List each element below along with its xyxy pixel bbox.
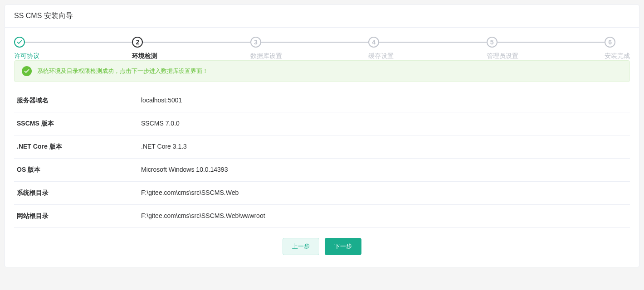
step-label: 数据库设置 (250, 52, 368, 60)
step-label: 安装完成 (605, 52, 630, 60)
alert-message: 系统环境及目录权限检测成功，点击下一步进入数据库设置界面！ (37, 67, 208, 75)
step-label: 许可协议 (14, 52, 132, 60)
button-row: 上一步 下一步 (14, 238, 630, 255)
check-circle-icon (22, 66, 32, 76)
info-label: 服务器域名 (14, 97, 141, 105)
step-6: 6 安装完成 (605, 37, 630, 60)
table-row: 服务器域名 localhost:5001 (14, 89, 630, 112)
install-wizard-card: SS CMS 安装向导 许可协议 2 环境检测 (5, 5, 639, 267)
success-alert: 系统环境及目录权限检测成功，点击下一步进入数据库设置界面！ (14, 60, 630, 82)
step-label: 管理员设置 (487, 52, 605, 60)
step-3: 3 数据库设置 (250, 37, 368, 60)
steps-bar: 许可协议 2 环境检测 3 数据库设置 4 (14, 37, 630, 60)
info-value: SSCMS 7.0.0 (141, 120, 630, 128)
table-row: .NET Core 版本 .NET Core 3.1.3 (14, 135, 630, 159)
table-row: OS 版本 Microsoft Windows 10.0.14393 (14, 159, 630, 182)
step-label: 环境检测 (132, 52, 250, 60)
table-row: 系统根目录 F:\gitee.com\cms\src\SSCMS.Web (14, 182, 630, 205)
info-value: localhost:5001 (141, 97, 630, 105)
info-label: SSCMS 版本 (14, 120, 141, 128)
step-2: 2 环境检测 (132, 37, 250, 60)
info-label: 系统根目录 (14, 189, 141, 197)
card-body: 许可协议 2 环境检测 3 数据库设置 4 (5, 28, 639, 267)
step-label: 缓存设置 (368, 52, 486, 60)
check-icon (16, 39, 23, 45)
step-icon-pending: 4 (368, 37, 379, 48)
info-value: Microsoft Windows 10.0.14393 (141, 166, 630, 174)
info-label: OS 版本 (14, 166, 141, 174)
info-value: F:\gitee.com\cms\src\SSCMS.Web\wwwroot (141, 212, 630, 220)
table-row: SSCMS 版本 SSCMS 7.0.0 (14, 112, 630, 135)
info-label: .NET Core 版本 (14, 143, 141, 151)
step-icon-pending: 6 (605, 37, 615, 48)
prev-button[interactable]: 上一步 (283, 238, 319, 255)
info-table: 服务器域名 localhost:5001 SSCMS 版本 SSCMS 7.0.… (14, 89, 630, 228)
step-4: 4 缓存设置 (368, 37, 486, 60)
table-row: 网站根目录 F:\gitee.com\cms\src\SSCMS.Web\www… (14, 205, 630, 228)
next-button[interactable]: 下一步 (325, 238, 361, 255)
page-title: SS CMS 安装向导 (5, 5, 639, 28)
info-value: .NET Core 3.1.3 (141, 143, 630, 151)
step-icon-done (14, 37, 25, 48)
step-icon-pending: 3 (250, 37, 261, 48)
info-value: F:\gitee.com\cms\src\SSCMS.Web (141, 189, 630, 197)
step-1: 许可协议 (14, 37, 132, 60)
step-icon-pending: 5 (487, 37, 498, 48)
step-icon-active: 2 (132, 37, 143, 48)
info-label: 网站根目录 (14, 212, 141, 220)
step-5: 5 管理员设置 (487, 37, 605, 60)
